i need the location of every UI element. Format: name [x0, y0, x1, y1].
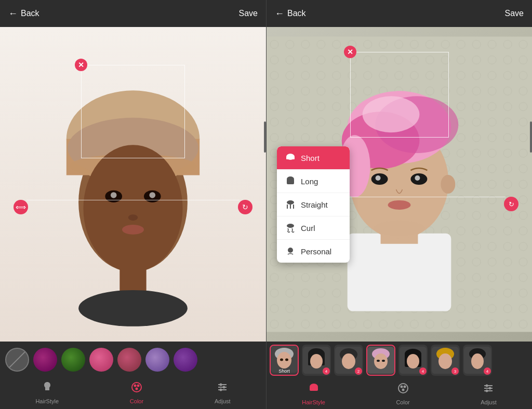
right-hairstyle-2[interactable]: 4 — [302, 345, 331, 376]
svg-point-68 — [377, 360, 380, 362]
svg-point-41 — [388, 200, 411, 210]
svg-point-73 — [407, 354, 419, 369]
dropdown-curl-label: Curl — [301, 224, 315, 233]
left-color-6[interactable] — [174, 348, 197, 372]
dropdown-long-label: Long — [301, 177, 318, 186]
svg-point-11 — [122, 225, 144, 235]
left-color-none[interactable] — [5, 348, 29, 372]
left-adjust-icon — [216, 381, 229, 397]
svg-point-61 — [310, 354, 323, 369]
svg-point-76 — [438, 353, 452, 369]
svg-point-47 — [287, 200, 294, 204]
left-tab-hairstyle[interactable]: HairStyle — [35, 381, 59, 404]
svg-point-31 — [441, 175, 455, 194]
svg-point-79 — [471, 353, 484, 369]
left-handle-left[interactable]: ⟺ — [14, 200, 28, 214]
hairstyle-5-badge: 4 — [419, 367, 427, 375]
left-close-button[interactable]: ✕ — [75, 59, 87, 71]
svg-point-5 — [83, 145, 182, 272]
left-panel: ← Back Save — [0, 0, 266, 409]
right-tab-color[interactable]: Color — [396, 382, 409, 405]
left-tab-adjust-label: Adjust — [215, 398, 231, 404]
svg-point-69 — [382, 360, 385, 362]
right-hairstyle-5[interactable]: 4 — [398, 345, 428, 376]
right-panel: ← Back Save — [266, 0, 532, 409]
left-scroll-indicator[interactable] — [264, 121, 266, 153]
left-color-icon — [130, 381, 143, 397]
right-scroll-indicator[interactable] — [530, 121, 532, 153]
right-hairstyle-7[interactable]: 4 — [463, 345, 492, 376]
left-color-4[interactable] — [117, 348, 141, 372]
right-hairstyle-6[interactable]: 3 — [431, 345, 460, 376]
svg-point-82 — [398, 384, 408, 393]
svg-point-36 — [363, 96, 420, 132]
right-dropdown-personal[interactable]: Personal — [277, 240, 350, 263]
right-hairstyle-row: Short 4 2 — [267, 342, 532, 379]
svg-point-52 — [288, 248, 293, 253]
hairstyle-3-badge: 2 — [355, 367, 362, 375]
left-back-button[interactable]: ← Back — [8, 8, 39, 19]
svg-point-15 — [134, 384, 137, 387]
left-top-bar: ← Back Save — [0, 0, 266, 27]
svg-rect-46 — [287, 179, 294, 184]
svg-point-64 — [342, 353, 355, 369]
svg-point-22 — [223, 386, 225, 388]
right-adjust-tab-icon — [482, 382, 495, 398]
hairstyle-7-badge: 4 — [484, 367, 491, 375]
dropdown-straight-label: Straight — [301, 200, 328, 209]
left-horizontal-guide — [26, 200, 240, 200]
right-dropdown-short[interactable]: Short — [277, 146, 350, 170]
personal-hair-icon — [285, 246, 296, 256]
hairstyle-2-badge: 4 — [323, 367, 330, 375]
right-dropdown-menu: Short Long Straight Curl — [277, 146, 350, 263]
hairstyle-4-preview — [367, 347, 394, 374]
short-thumb-label: Short — [271, 369, 298, 374]
svg-point-10 — [128, 214, 138, 221]
left-bottom-bar: HairStyle Color Adjust — [0, 342, 266, 409]
right-tab-adjust[interactable]: Adjust — [481, 382, 497, 405]
left-tab-color[interactable]: Color — [130, 381, 143, 404]
left-hairstyle-icon — [41, 381, 54, 397]
left-tab-color-label: Color — [130, 398, 143, 404]
right-bottom-bar: Short 4 2 — [267, 342, 532, 409]
svg-point-14 — [132, 383, 141, 392]
left-color-3[interactable] — [89, 348, 113, 372]
left-back-label: Back — [21, 9, 39, 18]
right-dropdown-curl[interactable]: Curl — [277, 216, 350, 240]
right-image-area: Short Long Straight Curl — [267, 27, 532, 342]
svg-point-85 — [402, 388, 404, 391]
svg-point-83 — [400, 385, 403, 388]
svg-point-84 — [403, 385, 406, 388]
dropdown-short-label: Short — [301, 154, 320, 162]
right-hairstyle-short[interactable]: Short — [270, 345, 299, 376]
svg-rect-81 — [310, 387, 318, 391]
svg-point-89 — [486, 384, 488, 387]
svg-point-23 — [220, 388, 222, 391]
svg-point-40 — [415, 175, 420, 181]
svg-point-55 — [277, 352, 291, 369]
left-tab-adjust[interactable]: Adjust — [215, 381, 231, 404]
right-dropdown-long[interactable]: Long — [277, 170, 350, 193]
right-back-button[interactable]: ← Back — [275, 8, 306, 19]
right-back-label: Back — [287, 9, 306, 18]
right-save-button[interactable]: Save — [505, 9, 524, 18]
long-hair-icon — [285, 176, 296, 186]
right-dropdown-straight[interactable]: Straight — [277, 193, 350, 216]
left-color-1[interactable] — [33, 348, 57, 372]
right-hairstyle-4[interactable] — [366, 345, 395, 376]
left-color-5[interactable] — [145, 348, 169, 372]
right-hairstyle-3[interactable]: 2 — [334, 345, 363, 376]
svg-point-56 — [280, 359, 283, 361]
svg-point-17 — [136, 387, 138, 390]
left-color-2[interactable] — [61, 348, 85, 372]
right-back-arrow-icon: ← — [275, 8, 284, 19]
svg-point-8 — [111, 192, 117, 198]
right-close-button[interactable]: ✕ — [344, 46, 356, 58]
svg-point-91 — [486, 389, 488, 392]
svg-rect-27 — [348, 234, 451, 311]
left-save-button[interactable]: Save — [239, 9, 258, 18]
right-tab-hairstyle[interactable]: HairStyle — [302, 382, 325, 405]
svg-point-16 — [137, 384, 140, 387]
left-face-svg — [0, 27, 266, 342]
right-tab-adjust-label: Adjust — [481, 399, 497, 405]
